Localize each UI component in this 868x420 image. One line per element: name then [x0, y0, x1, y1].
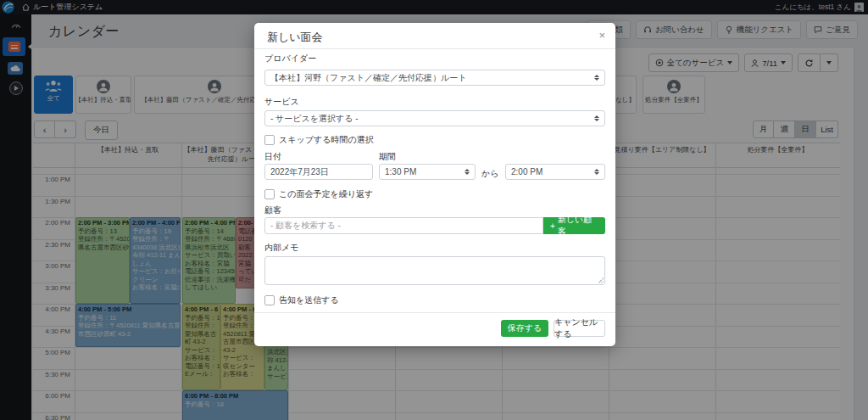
date-input[interactable]: 2022年7月23日: [264, 164, 373, 180]
memo-textarea[interactable]: [264, 256, 605, 285]
service-select[interactable]: - サービスを選択する -: [264, 110, 605, 126]
service-label: サービス: [264, 96, 299, 108]
select-caret-icon: [594, 115, 599, 121]
end-time-select[interactable]: 2:00 PM: [505, 164, 605, 180]
select-caret-icon: [594, 75, 599, 81]
modal-header: 新しい面会 ×: [254, 23, 615, 49]
memo-label: 内部メモ: [264, 242, 298, 254]
app-root: ルート管理システム こんにちは、test1 さん カレンダー ? 書類: [0, 0, 868, 420]
select-caret-icon: [465, 169, 470, 175]
from-text: から: [481, 168, 498, 180]
customer-label: 顧客: [264, 204, 281, 216]
plus-icon: +: [550, 221, 555, 231]
skip-time-checkbox-row: スキップする時間の選択: [264, 134, 374, 146]
skip-time-checkbox[interactable]: [264, 135, 275, 145]
close-icon[interactable]: ×: [598, 29, 605, 42]
start-time-select[interactable]: 1:30 PM: [379, 164, 476, 180]
customer-search-input[interactable]: - 顧客を検索する -: [264, 217, 543, 234]
cancel-button[interactable]: キャンセルする: [554, 320, 605, 337]
date-label: 日付: [264, 151, 281, 163]
new-customer-button[interactable]: + 新しい顧客: [543, 217, 605, 234]
provider-select[interactable]: 【本社】河野（ファスト／確定／先付応援）ルート: [264, 70, 605, 86]
repeat-checkbox-row: この面会予定を繰り返す: [264, 188, 373, 200]
repeat-checkbox[interactable]: [264, 189, 275, 199]
select-caret-icon: [594, 169, 599, 175]
new-appointment-modal: 新しい面会 × プロバイダー 【本社】河野（ファスト／確定／先付応援）ルート サ…: [254, 23, 615, 346]
notify-checkbox-row: 告知を送信する: [264, 294, 339, 306]
modal-title: 新しい面会: [267, 30, 323, 45]
notify-checkbox[interactable]: [264, 295, 275, 305]
save-button[interactable]: 保存する: [501, 320, 548, 337]
provider-label: プロバイダー: [264, 53, 316, 64]
modal-footer-divider: [254, 312, 615, 313]
period-label: 期間: [379, 151, 396, 163]
